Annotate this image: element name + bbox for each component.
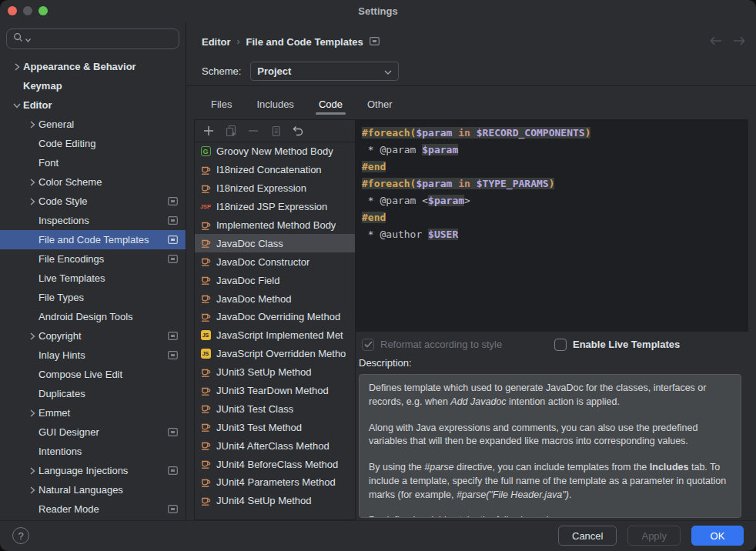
- chevron-right-icon[interactable]: [26, 486, 38, 494]
- sidebar-item-copyright[interactable]: Copyright: [0, 326, 186, 346]
- scheme-select[interactable]: Project: [250, 62, 399, 81]
- sidebar-item-label: General: [38, 119, 178, 130]
- sidebar-item-label: Keymap: [23, 80, 178, 92]
- sidebar-item-general[interactable]: General: [0, 115, 186, 134]
- java-class-icon: [199, 165, 212, 175]
- ok-button[interactable]: OK: [691, 526, 744, 546]
- sidebar-item-code-style[interactable]: Code Style: [0, 192, 186, 211]
- remove-icon[interactable]: [247, 125, 259, 137]
- sidebar-item-emmet[interactable]: Emmet: [0, 403, 186, 422]
- template-item-label: I18nized JSP Expression: [216, 201, 327, 212]
- breadcrumb-editor[interactable]: Editor: [202, 36, 231, 48]
- copy-template-icon[interactable]: [225, 125, 237, 137]
- cancel-button[interactable]: Cancel: [558, 526, 617, 546]
- reset-icon[interactable]: [292, 125, 304, 137]
- template-item-javascript-overridden-metho[interactable]: JSJavaScript Overridden Metho: [195, 345, 355, 363]
- template-item-javadoc-class[interactable]: JavaDoc Class: [195, 234, 355, 252]
- sidebar-item-intentions[interactable]: Intentions: [0, 442, 186, 461]
- template-item-javadoc-field[interactable]: JavaDoc Field: [195, 271, 355, 289]
- chevron-down-icon[interactable]: [11, 102, 23, 109]
- template-item-javadoc-constructor[interactable]: JavaDoc Constructor: [195, 252, 355, 271]
- sidebar-item-file-and-code-templates[interactable]: File and Code Templates: [0, 230, 186, 249]
- sidebar-item-font[interactable]: Font: [0, 153, 186, 172]
- sidebar-item-inspections[interactable]: Inspections: [0, 211, 186, 230]
- template-item-junit3-test-method[interactable]: JUnit3 Test Method: [195, 418, 355, 436]
- sidebar-item-color-scheme[interactable]: Color Scheme: [0, 172, 186, 192]
- template-item-label: I18nized Expression: [216, 182, 306, 194]
- add-icon[interactable]: [202, 125, 215, 137]
- chevron-right-icon[interactable]: [26, 332, 38, 340]
- description-paragraph: By using the #parse directive, you can i…: [369, 461, 731, 502]
- sidebar-item-label: Inspections: [38, 215, 163, 226]
- template-item-junit4-afterclass-method[interactable]: JUnit4 AfterClass Method: [195, 436, 355, 455]
- template-item-implemented-method-body[interactable]: Implemented Method Body: [195, 216, 355, 235]
- template-item-label: JUnit4 SetUp Method: [216, 495, 312, 506]
- description-text: Defines template which used to generate …: [359, 374, 741, 518]
- sidebar-item-inlay-hints[interactable]: Inlay Hints: [0, 346, 186, 365]
- template-item-label: I18nized Concatenation: [216, 164, 322, 175]
- tab-code[interactable]: Code: [309, 92, 352, 118]
- sidebar-item-language-injections[interactable]: Language Injections: [0, 461, 186, 480]
- help-button[interactable]: ?: [12, 527, 29, 544]
- template-item-junit3-setup-method[interactable]: JUnit3 SetUp Method: [195, 363, 355, 382]
- template-item-label: JUnit3 Test Method: [216, 422, 302, 433]
- template-item-label: JUnit3 SetUp Method: [216, 366, 312, 378]
- page-title: File and Code Templates: [246, 36, 363, 48]
- sidebar-item-gui-designer[interactable]: GUI Designer: [0, 422, 186, 442]
- java-class-icon: [199, 183, 212, 194]
- java-class-icon: [199, 367, 212, 378]
- search-icon: [13, 32, 24, 45]
- template-code-editor[interactable]: #foreach($param in $RECORD_COMPONENTS) *…: [356, 119, 748, 332]
- sidebar-item-label: Appearance & Behavior: [23, 61, 178, 72]
- java-class-icon: [199, 275, 212, 286]
- template-item-javadoc-method[interactable]: JavaDoc Method: [195, 289, 355, 308]
- tab-includes[interactable]: Includes: [247, 92, 303, 118]
- chevron-right-icon[interactable]: [26, 121, 38, 129]
- sidebar-item-natural-languages[interactable]: Natural Languages: [0, 480, 186, 499]
- apply-button: Apply: [627, 526, 681, 546]
- template-item-i18nized-jsp-expression[interactable]: JSPI18nized JSP Expression: [195, 198, 355, 216]
- template-item-label: JUnit4 Parameters Method: [216, 476, 336, 488]
- template-item-junit3-test-class[interactable]: JUnit3 Test Class: [195, 399, 355, 418]
- question-mark-icon: ?: [18, 530, 23, 542]
- sidebar-item-appearance-behavior[interactable]: Appearance & Behavior: [0, 57, 186, 76]
- java-class-icon: [199, 220, 212, 231]
- back-icon[interactable]: [710, 36, 722, 48]
- forward-icon[interactable]: [733, 36, 745, 48]
- search-input[interactable]: [6, 28, 179, 49]
- sidebar-item-duplicates[interactable]: Duplicates: [0, 384, 186, 403]
- footer-bar: ? CancelApplyOK: [0, 520, 756, 550]
- template-item-label: JavaDoc Class: [216, 238, 283, 249]
- sidebar-item-android-design-tools[interactable]: Android Design Tools: [0, 307, 186, 326]
- sidebar-item-label: Language Injections: [38, 465, 163, 476]
- chevron-right-icon[interactable]: [26, 409, 38, 417]
- chevron-right-icon[interactable]: [26, 179, 38, 186]
- sidebar-item-file-encodings[interactable]: File Encodings: [0, 249, 186, 269]
- tab-files[interactable]: Files: [202, 92, 241, 118]
- sidebar-item-keymap[interactable]: Keymap: [0, 76, 186, 95]
- chevron-right-icon[interactable]: [11, 63, 23, 71]
- template-item-i18nized-concatenation[interactable]: I18nized Concatenation: [195, 161, 355, 179]
- tab-other[interactable]: Other: [358, 92, 402, 118]
- chevron-right-icon[interactable]: [26, 198, 38, 205]
- java-class-icon: [199, 386, 212, 396]
- java-class-icon: [199, 459, 212, 469]
- sidebar-item-live-templates[interactable]: Live Templates: [0, 269, 186, 288]
- chevron-right-icon[interactable]: [26, 467, 38, 475]
- sidebar-item-reader-mode[interactable]: Reader Mode: [0, 499, 186, 519]
- template-item-junit3-teardown-method[interactable]: JUnit3 TearDown Method: [195, 382, 355, 400]
- template-item-javadoc-overriding-method[interactable]: JavaDoc Overriding Method: [195, 308, 355, 326]
- template-item-junit4-beforeclass-method[interactable]: JUnit4 BeforeClass Method: [195, 455, 355, 473]
- template-item-javascript-implemented-met[interactable]: JSJavaScript Implemented Met: [195, 326, 355, 345]
- sidebar-item-compose-live-edit[interactable]: Compose Live Edit: [0, 365, 186, 384]
- template-item-groovy-new-method-body[interactable]: GGroovy New Method Body: [195, 142, 355, 161]
- template-item-junit4-parameters-method[interactable]: JUnit4 Parameters Method: [195, 473, 355, 492]
- sidebar-item-code-editing[interactable]: Code Editing: [0, 134, 186, 153]
- description-label: Description:: [356, 357, 748, 373]
- sidebar-item-file-types[interactable]: File Types: [0, 288, 186, 307]
- template-item-i18nized-expression[interactable]: I18nized Expression: [195, 179, 355, 198]
- enable-live-templates-checkbox[interactable]: Enable Live Templates: [554, 339, 680, 351]
- template-item-junit4-setup-method[interactable]: JUnit4 SetUp Method: [195, 492, 355, 510]
- duplicate-icon[interactable]: [269, 125, 282, 137]
- sidebar-item-editor[interactable]: Editor: [0, 95, 186, 115]
